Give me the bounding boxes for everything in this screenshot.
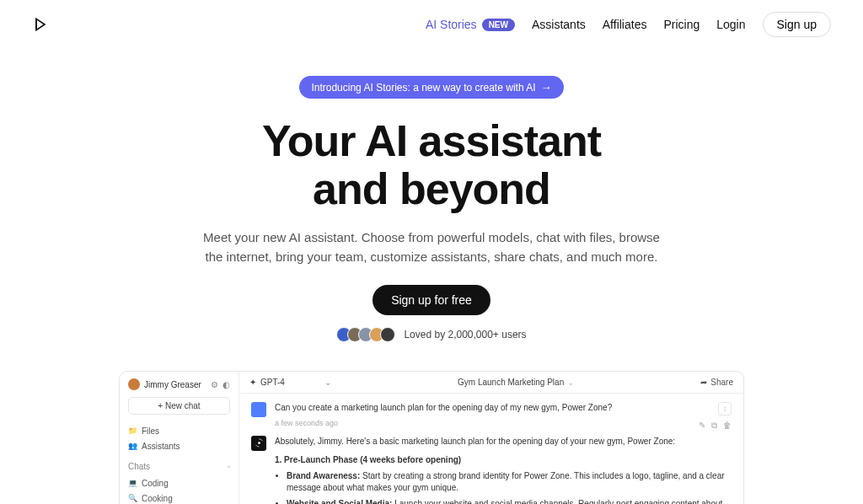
sidebar: Jimmy Greaser ⚙ ◐ + New chat 📁Files👥Assi…	[120, 372, 239, 504]
signup-button[interactable]: Sign up	[763, 12, 831, 37]
arrow-right-icon: →	[541, 81, 552, 94]
social-proof: Loved by 2,000,000+ users	[0, 327, 863, 342]
share-label: Share	[710, 378, 733, 387]
expand-button[interactable]: ⁝	[718, 402, 732, 416]
hero-title: Your AI assistant and beyond	[0, 117, 863, 213]
nav-label: AI Stories	[426, 18, 477, 31]
folder-add-icon[interactable]: ▫	[227, 462, 230, 471]
copy-icon[interactable]: ⧉	[711, 421, 717, 431]
nav-label: Assistants	[532, 18, 586, 31]
chevron-down-icon: ⌄	[324, 378, 331, 387]
chat-title[interactable]: Gym Launch Marketing Plan ⌄	[458, 378, 574, 387]
svg-point-0	[258, 442, 260, 445]
chats-section-label: Chats ▫	[128, 462, 230, 471]
share-icon: ➦	[700, 378, 707, 387]
ai-bullets: Brand Awareness: Start by creating a str…	[287, 470, 732, 504]
chat-item[interactable]: 🔍Cooking	[128, 491, 230, 504]
chat-item[interactable]: 💻Coding	[128, 475, 230, 491]
bullet-item: Brand Awareness: Start by creating a str…	[287, 470, 732, 495]
chats-label: Chats	[128, 462, 150, 471]
theme-icon[interactable]: ◐	[222, 380, 230, 389]
model-name: GPT-4	[260, 378, 285, 387]
sidebar-label: Assistants	[142, 442, 180, 451]
nav-label: Pricing	[663, 18, 700, 31]
sparkle-icon: ✦	[249, 378, 256, 387]
user-avatar	[128, 378, 140, 390]
chat-label: Coding	[142, 479, 169, 488]
ai-heading: 1. Pre-Launch Phase (4 weeks before open…	[275, 455, 461, 464]
ai-intro: Absolutely, Jimmy. Here's a basic market…	[275, 436, 732, 448]
nav-label: Login	[716, 18, 745, 31]
avatar-stack	[336, 327, 395, 342]
top-nav: AI Stories NEW Assistants Affiliates Pri…	[426, 12, 831, 37]
hero-title-line1: Your AI assistant	[262, 116, 601, 165]
chat-icon: 💻	[128, 479, 137, 487]
logo[interactable]	[32, 16, 49, 33]
hero-title-line2: and beyond	[313, 164, 550, 213]
sidebar-icon: 👥	[128, 442, 137, 450]
cta-signup-button[interactable]: Sign up for free	[373, 285, 490, 315]
ai-msg-avatar	[251, 436, 266, 451]
msg-timestamp: a few seconds ago	[275, 418, 732, 429]
nav-label: Affiliates	[603, 18, 647, 31]
chat-label: Cooking	[142, 494, 173, 503]
app-preview: Jimmy Greaser ⚙ ◐ + New chat 📁Files👥Assi…	[119, 371, 744, 504]
nav-ai-stories[interactable]: AI Stories NEW	[426, 18, 515, 31]
nav-assistants[interactable]: Assistants	[532, 18, 586, 31]
ai-message: Absolutely, Jimmy. Here's a basic market…	[251, 436, 732, 504]
model-selector[interactable]: ✦ GPT-4 ⌄	[249, 378, 331, 387]
nav-login[interactable]: Login	[716, 18, 745, 31]
user-message: Can you create a marketing launch plan f…	[251, 402, 732, 429]
social-text: Loved by 2,000,000+ users	[404, 329, 526, 340]
message-area: Can you create a marketing launch plan f…	[239, 394, 743, 504]
user-msg-avatar	[251, 402, 266, 417]
announcement-text: Introducing AI Stories: a new way to cre…	[311, 82, 535, 94]
hero-subtitle: Meet your new AI assistant. Choose from …	[196, 228, 667, 266]
chevron-down-icon: ⌄	[567, 378, 574, 387]
share-button[interactable]: ➦ Share	[700, 378, 733, 387]
topbar: ✦ GPT-4 ⌄ Gym Launch Marketing Plan ⌄ ➦ …	[239, 372, 743, 394]
sidebar-item[interactable]: 📁Files	[128, 423, 230, 438]
gear-icon[interactable]: ⚙	[211, 380, 218, 389]
hero: Introducing AI Stories: a new way to cre…	[0, 76, 863, 342]
new-chat-button[interactable]: + New chat	[128, 397, 230, 415]
sidebar-item[interactable]: 👥Assistants	[128, 438, 230, 453]
nav-pricing[interactable]: Pricing	[663, 18, 700, 31]
user-name: Jimmy Greaser	[144, 380, 201, 389]
delete-icon[interactable]: 🗑	[723, 421, 732, 431]
avatar	[380, 327, 395, 342]
user-msg-text: Can you create a marketing launch plan f…	[275, 402, 732, 415]
chat-title-text: Gym Launch Marketing Plan	[458, 378, 564, 387]
msg-actions: ✎ ⧉ 🗑	[699, 421, 732, 431]
sidebar-label: Files	[142, 426, 159, 436]
edit-icon[interactable]: ✎	[699, 421, 705, 431]
nav-affiliates[interactable]: Affiliates	[603, 18, 647, 31]
announcement-pill[interactable]: Introducing AI Stories: a new way to cre…	[299, 76, 563, 99]
main-panel: ✦ GPT-4 ⌄ Gym Launch Marketing Plan ⌄ ➦ …	[239, 372, 743, 504]
badge-new: NEW	[482, 19, 515, 31]
sidebar-user[interactable]: Jimmy Greaser ⚙ ◐	[128, 378, 230, 390]
bullet-item: Website and Social Media: Launch your we…	[287, 498, 732, 504]
sidebar-icon: 📁	[128, 426, 137, 435]
chat-icon: 🔍	[128, 494, 137, 502]
